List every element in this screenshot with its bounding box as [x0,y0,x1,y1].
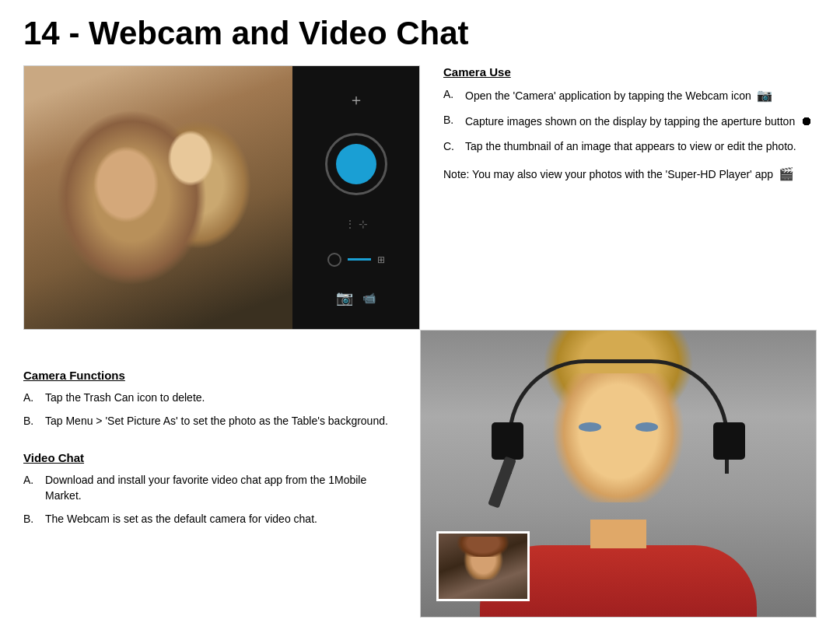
camera-capture-button[interactable] [336,144,376,184]
cf-letter-a: A. [23,390,39,405]
vc-text-b: The Webcam is set as the default camera … [45,511,317,527]
camera-controls-row: ⊞ [327,253,385,267]
camera-ui-overlay: ＋ ⋮ ⊹ ⊞ 📷 📹 [292,66,419,329]
main-grid: ＋ ⋮ ⊹ ⊞ 📷 📹 [23,65,817,618]
webcam-app-icon: 📷 [757,86,772,104]
bottom-right-section [420,330,817,618]
camera-functions-item-b: B. Tap Menu > 'Set Picture As' to set th… [23,413,404,429]
face-detail [24,66,292,329]
camera-bottom-row: 📷 📹 [336,289,376,306]
video-chat-heading: Video Chat [23,451,404,464]
camera-functions-heading: Camera Functions [23,369,404,382]
list-letter-c: C. [443,138,459,154]
camera-mode-circle [327,253,341,267]
video-chat-item-b: B. The Webcam is set as the default came… [23,511,404,527]
super-hd-player-icon: 🎬 [779,165,794,184]
camera-settings-icon: ⋮ ⊹ [345,218,368,230]
vc-text-a: Download and install your favorite video… [45,472,404,504]
list-letter-a: A. [443,86,459,104]
vc-headset-arc [508,359,729,474]
vc-thumbnail [436,531,530,601]
vc-thumb-hair [457,537,509,556]
vc-letter-a: A. [23,472,39,504]
camera-use-heading: Camera Use [443,65,817,79]
top-right-section: Camera Use A. Open the 'Camera' applicat… [420,65,817,330]
aperture-icon: ⏺ [800,112,813,130]
camera-photo-faces [24,66,292,329]
camera-use-item-c: C. Tap the thumbnail of an image that ap… [443,138,817,154]
cf-text-b: Tap Menu > 'Set Picture As' to set the p… [45,413,388,429]
video-chat-item-a: A. Download and install your favorite vi… [23,472,404,504]
camera-icon: 📷 [336,289,353,306]
camera-use-list: A. Open the 'Camera' application by tapp… [443,86,817,154]
vc-thumbnail-bg [439,534,527,599]
camera-functions-list: A. Tap the Trash Can icon to delete. B. … [23,390,404,429]
camera-use-text-a: Open the 'Camera' application by tapping… [465,86,775,104]
camera-use-item-b: B. Capture images shown on the display b… [443,112,817,130]
camera-mode-bar [348,258,371,261]
cf-text-a: Tap the Trash Can icon to delete. [45,390,205,405]
camera-image: ＋ ⋮ ⊹ ⊞ 📷 📹 [23,65,420,330]
camera-functions-item-a: A. Tap the Trash Can icon to delete. [23,390,404,405]
bottom-left-content: Camera Functions A. Tap the Trash Can ic… [23,353,404,527]
vc-letter-b: B. [23,511,39,527]
camera-use-item-a: A. Open the 'Camera' application by tapp… [443,86,817,104]
video-chat-list: A. Download and install your favorite vi… [23,472,404,527]
vc-left-ear-cup [492,422,523,460]
bottom-left-section: Camera Functions A. Tap the Trash Can ic… [23,330,420,618]
note-text-content: Note: You may also view your photos with… [443,168,773,180]
video-chat-image [420,330,817,618]
camera-use-text-c: Tap the thumbnail of an image that appea… [465,138,796,154]
camera-mode-label: ⊞ [377,254,385,265]
camera-plus-icon: ＋ [348,89,364,110]
cf-letter-b: B. [23,413,39,429]
top-left-section: ＋ ⋮ ⊹ ⊞ 📷 📹 [23,65,420,330]
vc-neck [590,520,646,548]
video-icon: 📹 [362,292,376,304]
list-letter-b: B. [443,112,459,130]
vc-right-ear-cup [713,422,745,460]
camera-use-text-b: Capture images shown on the display by t… [465,112,815,130]
camera-use-note: Note: You may also view your photos with… [443,165,817,184]
camera-capture-ring [325,133,387,195]
page-title: 14 - Webcam and Video Chat [23,16,817,51]
